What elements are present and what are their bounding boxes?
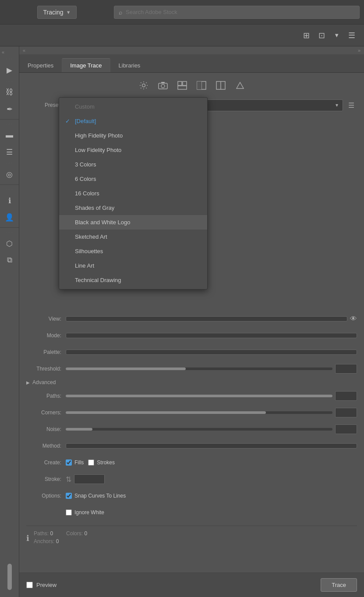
colors-stat: Colors: 0 [66,530,87,537]
layers-tool[interactable]: ⬡ [2,236,18,251]
expand-left-icon[interactable]: « [23,48,25,53]
camera-icon-btn[interactable] [155,79,170,92]
grid-view-icon[interactable]: ⊞ [301,29,311,42]
eye-icon[interactable]: 👁 [350,315,357,323]
dropdown-item-technical-drawing[interactable]: Technical Drawing [59,273,207,287]
pen-icon: ✒ [7,105,13,114]
dropdown-item-shades-of-gray[interactable]: Shades of Gray [59,201,207,215]
info-tool[interactable]: ℹ [2,193,18,208]
left-narrow-sidebar: « · · · ▶ · · · ⛓ ✒ · · · ▬ ☰ · · · ◎ · [0,46,19,597]
noise-input[interactable]: 5 px [335,424,357,434]
palette-control [66,350,357,355]
workspace-dropdown[interactable]: Tracing ▼ [37,6,76,19]
expand-right-icon[interactable]: » [358,48,360,53]
ignore-white-checkbox[interactable] [66,509,72,516]
mode-dropdown[interactable] [66,333,357,338]
advanced-header[interactable]: ▶ Advanced [26,379,357,385]
svg-rect-5 [183,81,187,85]
half-view-icon-btn[interactable] [194,79,209,92]
preview-label: Preview [36,582,57,588]
search-bar[interactable]: ⌕ [114,6,360,19]
split-view-icon-btn[interactable] [213,79,228,92]
dropdown-item-3-colors[interactable]: 3 Colors [59,157,207,172]
tab-image-trace[interactable]: Image Trace [62,58,110,72]
artboard-tool[interactable]: ⧉ [2,252,18,268]
strokes-checkbox-label[interactable]: Strokes [88,459,115,466]
menu-tool[interactable]: ☰ [2,144,18,160]
fills-checkbox-label[interactable]: Fills [66,459,84,466]
preset-dropdown-menu[interactable]: Custom [Default] High Fidelity Photo Low… [59,97,208,290]
drag-dots-3: · · · [6,123,13,126]
paths-input[interactable]: 100% [335,391,357,401]
options-snap-control: Snap Curves To Lines [66,493,357,499]
workspace-label: Tracing [43,9,63,16]
dropdown-item-default[interactable]: [Default] [59,114,207,128]
dropdown-item-sketched-art[interactable]: Sketched Art [59,230,207,244]
list-icon: ☰ [348,101,354,110]
corners-label: Corners: [26,410,66,416]
corners-input[interactable]: 75% [335,408,357,417]
snap-curves-label[interactable]: Snap Curves To Lines [66,493,126,499]
grid-icon [177,81,187,90]
collapse-left-icon[interactable]: « [2,49,4,55]
threshold-row: Threshold: 128 [26,363,357,375]
dropdown-item-silhouettes[interactable]: Silhouettes [59,244,207,258]
fills-checkbox[interactable] [66,459,72,466]
search-input[interactable] [126,9,355,15]
preset-list-icon[interactable]: ☰ [346,99,357,111]
grid-icon-btn[interactable] [175,79,190,92]
half-view-icon [197,81,206,90]
main-layout: « · · · ▶ · · · ⛓ ✒ · · · ▬ ☰ · · · ◎ · [0,46,364,597]
stats-info: Paths: 0 Colors: 0 Anchors: [34,530,357,546]
mode-label: Mode: [26,332,66,339]
user-tool[interactable]: 👤 [2,209,18,225]
paths-control: 100% [66,391,357,401]
pen-tool[interactable]: ✒ [2,101,18,117]
stroke-spinner-icon[interactable]: ⇅ [66,475,71,484]
auto-color-icon[interactable] [136,79,151,92]
dropdown-item-6-colors[interactable]: 6 Colors [59,172,207,186]
dropdown-item-16-colors[interactable]: 16 Colors [59,186,207,201]
tab-libraries[interactable]: Libraries [110,58,149,72]
preview-checkbox[interactable] [26,582,33,588]
strokes-label: Strokes [97,459,115,466]
select-circle-tool[interactable]: ◎ [2,166,18,182]
mode-row: Mode: [26,329,357,342]
paths-stat: Paths: 0 [34,530,53,537]
method-dropdown[interactable] [66,443,357,449]
rectangle-icon: ▬ [6,131,13,140]
options-ignore-control: Ignore White [66,509,357,516]
tab-properties[interactable]: Properties [19,58,62,72]
strokes-checkbox[interactable] [88,459,94,466]
link-icon: ⛓ [6,88,13,97]
create-control: Fills Strokes [66,459,357,466]
dropdown-item-black-white-logo[interactable]: Black and White Logo [59,215,207,230]
search-icon: ⌕ [119,9,122,16]
threshold-input[interactable]: 128 [335,364,357,374]
outline-icon-btn[interactable] [233,79,247,92]
link-tool[interactable]: ⛓ [2,85,18,100]
stroke-control: ⇅ 10 px [66,474,357,484]
list-view-icon[interactable]: ☰ [346,29,357,42]
dropdown-item-line-art[interactable]: Line Art [59,258,207,273]
ignore-white-label[interactable]: Ignore White [66,509,104,516]
trace-button[interactable]: Trace [321,578,357,592]
stroke-input[interactable]: 10 px [74,474,105,484]
palette-dropdown[interactable] [66,350,357,355]
advanced-triangle-icon: ▶ [26,380,30,385]
noise-label: Noise: [26,426,66,432]
user-icon: 👤 [5,213,14,222]
drag-dots-6: · · · [6,231,13,234]
arrange-icon[interactable]: ⊡ [317,29,327,42]
preview-checkbox-label[interactable]: Preview [26,582,57,588]
play-tool[interactable]: ▶ [2,62,18,78]
dropdown-item-high-fidelity-photo[interactable]: High Fidelity Photo [59,128,207,143]
view-dropdown[interactable] [66,316,347,321]
camera-icon [158,81,168,89]
rectangle-tool[interactable]: ▬ [2,127,18,143]
workspace-chevron-icon: ▼ [66,10,71,15]
snap-curves-checkbox[interactable] [66,493,72,499]
ignore-white-text: Ignore White [74,509,104,516]
chevron-down-icon[interactable]: ▼ [332,30,341,40]
dropdown-item-low-fidelity-photo[interactable]: Low Fidelity Photo [59,143,207,157]
